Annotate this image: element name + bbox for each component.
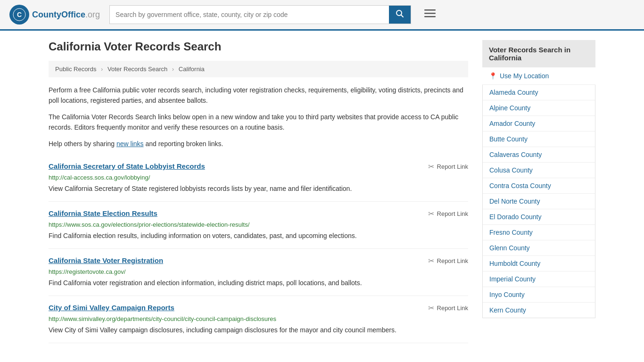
breadcrumb: Public Records › Voter Records Search › … bbox=[49, 61, 468, 77]
page-title: California Voter Records Search bbox=[49, 40, 468, 53]
record-url: https://www.sos.ca.gov/elections/prior-e… bbox=[49, 221, 468, 228]
report-icon: ✂ bbox=[428, 209, 434, 218]
county-list-item: Calaveras County bbox=[483, 147, 595, 163]
breadcrumb-voter-records-search[interactable]: Voter Records Search bbox=[107, 66, 167, 73]
county-link[interactable]: Humboldt County bbox=[483, 256, 595, 271]
county-list-item: Imperial County bbox=[483, 272, 595, 287]
records-list: California Secretary of State Lobbyist R… bbox=[49, 155, 468, 343]
county-list: Alameda CountyAlpine CountyAmador County… bbox=[482, 85, 595, 318]
county-link[interactable]: Kern County bbox=[483, 303, 595, 318]
county-list-item: El Dorado County bbox=[483, 209, 595, 225]
record-title-link[interactable]: California State Voter Registration bbox=[49, 256, 163, 264]
use-my-location-link[interactable]: Use My Location bbox=[500, 72, 549, 80]
record-description: Find California voter registration and e… bbox=[49, 278, 468, 288]
use-location-row: 📍 Use My Location bbox=[482, 67, 595, 85]
county-link[interactable]: Fresno County bbox=[483, 225, 595, 240]
search-button[interactable] bbox=[389, 6, 411, 24]
report-link-button[interactable]: ✂ Report Link bbox=[428, 304, 468, 313]
record-url: http://www.simivalley.org/departments/ci… bbox=[49, 315, 468, 322]
breadcrumb-public-records[interactable]: Public Records bbox=[55, 66, 96, 73]
svg-text:C: C bbox=[17, 11, 22, 18]
breadcrumb-separator-2: › bbox=[172, 66, 174, 73]
county-link[interactable]: Imperial County bbox=[483, 272, 595, 287]
record-header: California State Voter Registration ✂ Re… bbox=[49, 256, 468, 265]
record-entry: California Secretary of State Lobbyist R… bbox=[49, 155, 468, 202]
record-description: Find California election results, includ… bbox=[49, 231, 468, 241]
record-title-link[interactable]: California State Election Results bbox=[49, 209, 157, 217]
location-icon: 📍 bbox=[489, 72, 497, 80]
county-link[interactable]: Amador County bbox=[483, 116, 595, 131]
svg-rect-6 bbox=[424, 16, 436, 17]
county-link[interactable]: Alpine County bbox=[483, 100, 595, 115]
intro-paragraph-3: Help others by sharing new links and rep… bbox=[49, 139, 468, 149]
county-link[interactable]: Inyo County bbox=[483, 287, 595, 302]
new-links-link[interactable]: new links bbox=[116, 140, 144, 148]
breadcrumb-california: California bbox=[179, 66, 205, 73]
record-title-link[interactable]: California Secretary of State Lobbyist R… bbox=[49, 162, 205, 170]
site-logo[interactable]: C CountyOffice.org bbox=[9, 5, 100, 25]
county-list-item: Alameda County bbox=[483, 85, 595, 100]
report-icon: ✂ bbox=[428, 304, 434, 313]
county-link[interactable]: Contra Costa County bbox=[483, 178, 595, 193]
logo-text: CountyOffice.org bbox=[32, 10, 100, 20]
county-link[interactable]: Butte County bbox=[483, 132, 595, 147]
report-link-button[interactable]: ✂ Report Link bbox=[428, 256, 468, 265]
record-url: https://registertovote.ca.gov/ bbox=[49, 268, 468, 275]
report-link-label: Report Link bbox=[437, 304, 468, 312]
county-list-item: Del Norte County bbox=[483, 194, 595, 209]
record-header: California Secretary of State Lobbyist R… bbox=[49, 162, 468, 171]
county-link[interactable]: Alameda County bbox=[483, 85, 595, 100]
record-header: California State Election Results ✂ Repo… bbox=[49, 209, 468, 218]
search-bar bbox=[109, 5, 411, 24]
county-link[interactable]: Del Norte County bbox=[483, 194, 595, 209]
county-link[interactable]: Calaveras County bbox=[483, 147, 595, 162]
intro-paragraph-2: The California Voter Records Search link… bbox=[49, 112, 468, 133]
county-list-item: Kern County bbox=[483, 303, 595, 318]
county-list-item: Humboldt County bbox=[483, 256, 595, 272]
content-area: California Voter Records Search Public R… bbox=[49, 40, 468, 343]
county-list-item: Inyo County bbox=[483, 287, 595, 303]
county-link[interactable]: Glenn County bbox=[483, 240, 595, 255]
county-link[interactable]: Colusa County bbox=[483, 163, 595, 178]
record-url: http://cal-access.sos.ca.gov/lobbying/ bbox=[49, 174, 468, 181]
record-entry: California State Election Results ✂ Repo… bbox=[49, 202, 468, 249]
record-title-link[interactable]: City of Simi Valley Campaign Reports bbox=[49, 304, 174, 312]
county-list-item: Contra Costa County bbox=[483, 178, 595, 194]
svg-rect-5 bbox=[424, 13, 436, 14]
county-list-item: Butte County bbox=[483, 132, 595, 147]
breadcrumb-separator-1: › bbox=[101, 66, 103, 73]
record-header: City of Simi Valley Campaign Reports ✂ R… bbox=[49, 304, 468, 313]
svg-rect-4 bbox=[424, 9, 436, 11]
report-link-label: Report Link bbox=[437, 210, 468, 217]
svg-line-3 bbox=[401, 15, 404, 17]
report-link-button[interactable]: ✂ Report Link bbox=[428, 162, 468, 171]
intro-paragraph-1: Perform a free California public voter r… bbox=[49, 85, 468, 106]
report-icon: ✂ bbox=[428, 256, 434, 265]
county-list-item: Colusa County bbox=[483, 163, 595, 178]
record-description: View City of Simi Valley campaign disclo… bbox=[49, 325, 468, 335]
county-list-item: Fresno County bbox=[483, 225, 595, 240]
search-input[interactable] bbox=[110, 6, 389, 24]
report-link-label: Report Link bbox=[437, 163, 468, 170]
sidebar-title: Voter Records Search in California bbox=[482, 40, 595, 67]
sidebar: Voter Records Search in California 📍 Use… bbox=[482, 40, 595, 343]
report-link-label: Report Link bbox=[437, 257, 468, 264]
county-list-item: Amador County bbox=[483, 116, 595, 132]
record-entry: City of Simi Valley Campaign Reports ✂ R… bbox=[49, 296, 468, 343]
logo-icon: C bbox=[9, 5, 29, 25]
record-entry: California State Voter Registration ✂ Re… bbox=[49, 249, 468, 296]
record-description: View California Secretary of State regis… bbox=[49, 184, 468, 194]
county-link[interactable]: El Dorado County bbox=[483, 209, 595, 224]
main-container: California Voter Records Search Public R… bbox=[39, 31, 605, 353]
report-icon: ✂ bbox=[428, 162, 434, 171]
site-header: C CountyOffice.org bbox=[0, 0, 644, 31]
county-list-item: Alpine County bbox=[483, 100, 595, 116]
menu-button[interactable] bbox=[421, 7, 439, 23]
report-link-button[interactable]: ✂ Report Link bbox=[428, 209, 468, 218]
county-list-item: Glenn County bbox=[483, 240, 595, 256]
